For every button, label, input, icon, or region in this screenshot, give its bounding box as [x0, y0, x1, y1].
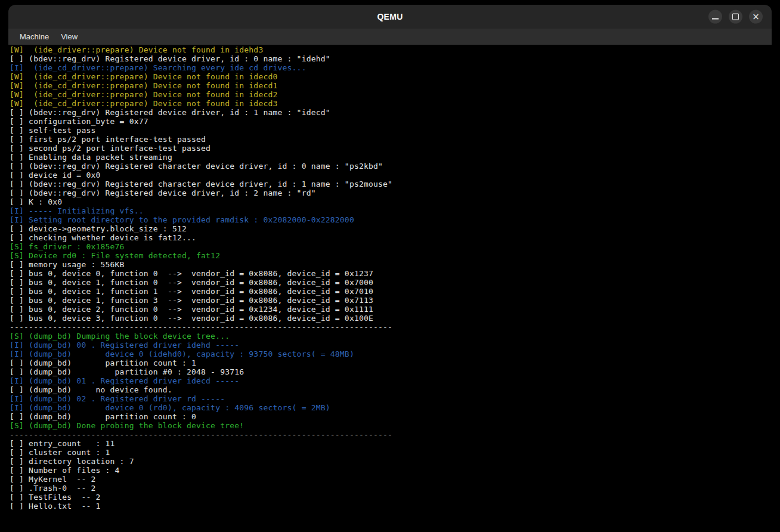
- terminal-output[interactable]: [W] (ide_driver::prepare) Device not fou…: [8, 45, 772, 527]
- terminal-line: [S] Device rd0 : File system detected, f…: [8, 251, 772, 260]
- terminal-line: [ ] cluster count : 1: [8, 448, 772, 457]
- terminal-line: [I] ----- Initializing vfs..: [8, 206, 772, 215]
- qemu-window: QEMU × Machine View [W] (ide_driver::pre…: [8, 5, 772, 527]
- terminal-line: [ ] Enabling data packet streaming: [8, 153, 772, 162]
- terminal-line: [I] (dump_bd) 00 . Registered driver ide…: [8, 341, 772, 349]
- menu-item-view[interactable]: View: [55, 30, 83, 44]
- terminal-line: [W] (ide_cd_driver::prepare) Device not …: [8, 90, 772, 99]
- terminal-line: [ ] MyKernel -- 2: [8, 475, 772, 484]
- menu-bar: Machine View: [8, 29, 772, 45]
- terminal-line: [ ] (dump_bd) no device found.: [8, 385, 772, 394]
- title-bar[interactable]: QEMU ×: [8, 5, 772, 29]
- terminal-line: [I] (ide_cd_driver::prepare) Searching e…: [8, 63, 772, 72]
- terminal-line: [ ] (bdev::reg_drv) Registered device dr…: [8, 108, 772, 117]
- window-controls: ×: [708, 10, 763, 24]
- terminal-line: [I] (dump_bd) device 0 (rd0), capacity :…: [8, 403, 772, 412]
- terminal-line: [ ] bus 0, device 1, function 1 --> vend…: [8, 287, 772, 296]
- terminal-line: [ ] (dump_bd) partition #0 : 2048 - 9371…: [8, 367, 772, 376]
- terminal-line: [ ] bus 0, device 1, function 3 --> vend…: [8, 296, 772, 305]
- terminal-line: [ ] bus 0, device 1, function 0 --> vend…: [8, 278, 772, 287]
- terminal-line: [ ] (dump_bd) partition count : 0: [8, 412, 772, 421]
- terminal-line: [S] fs_driver : 0x185e76: [8, 242, 772, 251]
- terminal-line: [ ] configuration_byte = 0x77: [8, 117, 772, 126]
- terminal-line: [ ] (dump_bd) partition count : 1: [8, 358, 772, 367]
- terminal-line: [ ] TestFiles -- 2: [8, 493, 772, 502]
- maximize-icon: [732, 14, 739, 20]
- terminal-line: ----------------------------------------…: [8, 430, 772, 439]
- terminal-line: [ ] .Trash-0 -- 2: [8, 484, 772, 493]
- minimize-button[interactable]: [708, 10, 722, 24]
- terminal-line: [ ] device id = 0x0: [8, 171, 772, 180]
- terminal-line: [ ] Number of files : 4: [8, 466, 772, 475]
- terminal-line: [ ] first ps/2 port interface-test passe…: [8, 135, 772, 144]
- maximize-button[interactable]: [729, 10, 742, 24]
- terminal-line: [I] Setting root directory to the provid…: [8, 215, 772, 224]
- terminal-line: [ ] (bdev::reg_drv) Registered device dr…: [8, 188, 772, 197]
- terminal-line: [ ] self-test pass: [8, 126, 772, 135]
- terminal-line: [ ] (bdev::reg_drv) Registered device dr…: [8, 54, 772, 63]
- terminal-line: [ ] directory location : 7: [8, 457, 772, 466]
- terminal-line: [W] (ide_cd_driver::prepare) Device not …: [8, 99, 772, 108]
- terminal-line: [ ] K : 0x0: [8, 197, 772, 206]
- close-icon: ×: [752, 13, 760, 21]
- minimize-icon: [712, 18, 719, 19]
- terminal-line: [W] (ide_cd_driver::prepare) Device not …: [8, 72, 772, 81]
- terminal-line: [ ] (bdev::reg_drv) Registered character…: [8, 162, 772, 171]
- terminal-line: [W] (ide_cd_driver::prepare) Device not …: [8, 81, 772, 90]
- terminal-line: [S] (dump_bd) Dumping the block device t…: [8, 332, 772, 341]
- terminal-line: [W] (ide_driver::prepare) Device not fou…: [8, 45, 772, 54]
- terminal-line: ----------------------------------------…: [8, 323, 772, 332]
- terminal-line: [S] (dump_bd) Done probing the block dev…: [8, 421, 772, 430]
- terminal-line: [ ] second ps/2 port interface-test pass…: [8, 144, 772, 153]
- close-button[interactable]: ×: [749, 10, 763, 24]
- terminal-line: [ ] checking whether device is fat12...: [8, 233, 772, 242]
- terminal-line: [I] (dump_bd) device 0 (idehd0), capacit…: [8, 349, 772, 358]
- window-title: QEMU: [377, 12, 403, 21]
- terminal-line: [I] (dump_bd) 01 . Registered driver ide…: [8, 376, 772, 385]
- terminal-line: [I] (dump_bd) 02 . Registered driver rd …: [8, 394, 772, 403]
- menu-item-machine[interactable]: Machine: [14, 30, 55, 44]
- terminal-line: [ ] device->geometry.block_size : 512: [8, 224, 772, 233]
- terminal-line: [ ] bus 0, device 2, function 0 --> vend…: [8, 305, 772, 314]
- terminal-line: [ ] bus 0, device 3, function 0 --> vend…: [8, 314, 772, 323]
- terminal-line: [ ] memory usage : 556KB: [8, 260, 772, 269]
- terminal-line: [ ] (bdev::reg_drv) Registered character…: [8, 180, 772, 188]
- terminal-line: [ ] Hello.txt -- 1: [8, 502, 772, 511]
- terminal-line: [ ] entry_count : 11: [8, 439, 772, 448]
- terminal-line: [ ] bus 0, device 0, function 0 --> vend…: [8, 269, 772, 278]
